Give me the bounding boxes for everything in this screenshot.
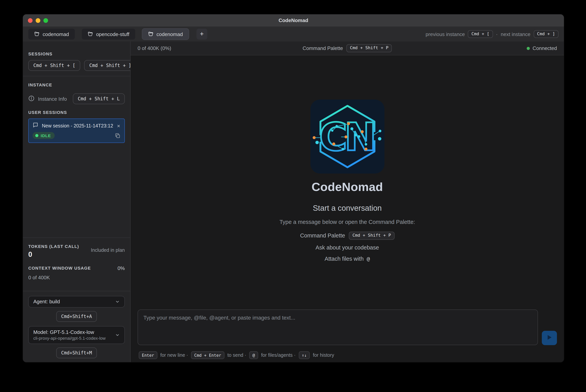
instance-nav: previous instance Cmd + [ · next instanc… — [425, 30, 558, 38]
folder-icon — [148, 32, 153, 37]
connected-dot-icon — [527, 47, 530, 50]
chat-icon — [33, 122, 38, 130]
status-badge: IDLE — [33, 132, 55, 139]
instance-info-kbd: Cmd + Shift + L — [73, 93, 125, 104]
traffic-lights — [28, 14, 48, 26]
model-kbd: Cmd+Shift+M — [56, 348, 97, 358]
tab-codenomad-1[interactable]: codenomad — [28, 29, 75, 40]
tab-strip: codenomad opencode-stuff codenomad + pre… — [23, 26, 564, 42]
codebase-hint: Ask about your codebase — [315, 244, 379, 250]
welcome-subtitle: Type a message below or open the Command… — [279, 219, 415, 225]
model-select-sub: cli-proxy-api-openai/gpt-5.1-codex-low — [33, 336, 106, 341]
status-badge-label: IDLE — [41, 134, 51, 138]
hint-text: for new line · — [160, 352, 188, 358]
message-input[interactable] — [138, 310, 538, 345]
hint-text: for files/agents · — [261, 352, 296, 358]
at-kbd: @ — [249, 351, 258, 359]
tab-opencode-stuff[interactable]: opencode-stuff — [82, 29, 135, 40]
sidebar-spacer — [23, 143, 130, 232]
add-tab-button[interactable]: + — [196, 29, 207, 40]
main-area: 0 of 400K (0%) Command Palette Cmd + Shi… — [131, 42, 564, 362]
user-sessions-header: USER SESSIONS — [28, 110, 125, 115]
app-logo: CN — [310, 100, 384, 174]
tab-label: opencode-stuff — [96, 31, 130, 37]
close-session-icon[interactable]: × — [117, 123, 121, 128]
tab-label: codenomad — [156, 31, 183, 37]
hint-text: for history — [313, 352, 334, 358]
desktop: CodeNomad codenomad opencode-stuff coden… — [0, 0, 586, 392]
app-window: CodeNomad codenomad opencode-stuff coden… — [23, 14, 564, 362]
context-usage-percent: 0% — [118, 265, 125, 271]
at-glyph: @ — [367, 256, 370, 262]
next-session-kbd: Cmd + Shift + ] — [84, 60, 136, 71]
prev-session-kbd: Cmd + Shift + [ — [28, 60, 81, 71]
agent-select-label: Agent: build — [33, 299, 60, 304]
titlebar: CodeNomad — [23, 14, 564, 26]
model-select-label: Model: GPT-5.1-Codex-low — [33, 330, 106, 335]
chevron-down-icon — [115, 299, 120, 304]
command-palette-hint-label: Command Palette — [300, 232, 345, 239]
welcome-panel: CN — [131, 56, 564, 310]
instance-info-label: Instance Info — [38, 96, 67, 102]
tab-label: codenomad — [43, 31, 69, 37]
session-title: New session - 2025-11-14T23:12:... — [42, 123, 113, 128]
sidebar: SESSIONS Cmd + Shift + [ Cmd + Shift + ]… — [23, 42, 131, 362]
cmd-enter-kbd: Cmd + Enter — [191, 351, 224, 359]
attach-files-hint: Attach files with — [325, 256, 364, 262]
command-palette-label[interactable]: Command Palette — [303, 45, 343, 51]
enter-kbd: Enter — [139, 351, 157, 359]
chevron-down-icon — [115, 333, 120, 338]
command-palette-hint-kbd: Cmd + Shift + P — [349, 232, 394, 240]
info-icon — [28, 95, 35, 103]
copy-icon[interactable] — [115, 133, 121, 139]
start-conversation-title: Start a conversation — [313, 204, 382, 213]
folder-icon — [34, 32, 40, 37]
sessions-header: SESSIONS — [28, 52, 125, 56]
instance-info-row[interactable]: Instance Info Cmd + Shift + L — [28, 93, 125, 104]
context-usage-header: CONTEXT WINDOW USAGE — [28, 266, 91, 270]
instance-header: INSTANCE — [28, 82, 125, 87]
hint-text: to send · — [227, 352, 246, 358]
composer-hints: Enterfor new line · Cmd + Enterto send ·… — [138, 351, 557, 359]
agent-kbd: Cmd+Shift+A — [56, 311, 97, 322]
connection-status-label: Connected — [532, 45, 557, 51]
send-button[interactable] — [542, 331, 557, 345]
next-instance-label: next instance — [501, 31, 530, 37]
send-icon — [547, 335, 552, 341]
close-window-button[interactable] — [28, 18, 33, 23]
context-usage-summary: 0 of 400K (0%) — [138, 45, 171, 51]
folder-icon — [88, 32, 93, 37]
idle-dot-icon — [35, 134, 38, 137]
command-palette-kbd: Cmd + Shift + P — [346, 44, 392, 52]
connection-status: Connected — [527, 45, 557, 51]
model-select[interactable]: Model: GPT-5.1-Codex-low cli-proxy-api-o… — [28, 326, 125, 344]
context-usage-detail: 0 of 400K — [28, 274, 125, 280]
previous-instance-label: previous instance — [425, 31, 465, 37]
minimize-window-button[interactable] — [36, 18, 40, 23]
window-title: CodeNomad — [278, 18, 308, 23]
session-list-item[interactable]: New session - 2025-11-14T23:12:... × IDL… — [28, 119, 125, 143]
previous-instance-kbd: Cmd + [ — [468, 30, 493, 38]
next-instance-kbd: Cmd + ] — [533, 30, 558, 38]
composer: Enterfor new line · Cmd + Enterto send ·… — [131, 310, 564, 362]
zoom-window-button[interactable] — [44, 18, 48, 23]
agent-select[interactable]: Agent: build — [28, 296, 125, 307]
history-arrows-kbd: ↑↓ — [299, 351, 310, 359]
app-name-heading: CodeNomad — [312, 180, 383, 194]
instance-nav-separator: · — [496, 31, 498, 37]
main-topbar: 0 of 400K (0%) Command Palette Cmd + Shi… — [131, 42, 564, 56]
tab-codenomad-2-active[interactable]: codenomad — [142, 29, 189, 40]
tokens-note: Included in plan — [91, 247, 125, 253]
